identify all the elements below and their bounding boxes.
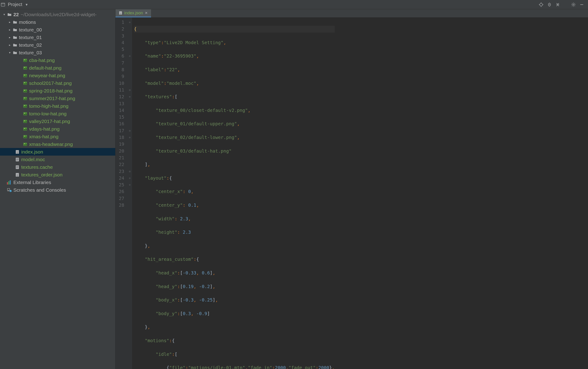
- tree-file[interactable]: tomo-high-hat.png: [0, 102, 115, 110]
- tree-file-textures-order-json[interactable]: {} textures_order.json: [0, 171, 115, 178]
- image-file-icon: [23, 119, 27, 123]
- locate-icon[interactable]: [539, 2, 544, 7]
- tree-file[interactable]: valley2017-hat.png: [0, 117, 115, 125]
- svg-point-2: [540, 3, 542, 6]
- folder-icon: [13, 51, 17, 55]
- svg-rect-15: [23, 74, 27, 77]
- minimize-icon[interactable]: [579, 2, 584, 7]
- close-icon[interactable]: ✕: [145, 11, 148, 15]
- chevron-down-icon: ▼: [25, 3, 28, 7]
- libraries-icon: [7, 180, 12, 184]
- tree-folder-motions[interactable]: ▸ motions: [0, 18, 115, 26]
- editor-tab-index-json[interactable]: {} index.json ✕: [116, 9, 151, 17]
- window-icon: [1, 2, 5, 7]
- project-sidebar[interactable]: ▾ 22 ~/Downloads/Live2D/live2d-widget- ▸…: [0, 9, 116, 369]
- tab-label: index.json: [124, 11, 143, 15]
- image-file-icon: [23, 66, 27, 70]
- tree-folder-texture-02[interactable]: ▸ texture_02: [0, 41, 115, 49]
- tree-file[interactable]: summer2017-hat.png: [0, 94, 115, 102]
- chevron-down-icon: ▾: [2, 13, 7, 16]
- gear-icon[interactable]: [571, 2, 576, 7]
- svg-point-20: [24, 90, 25, 91]
- svg-rect-21: [23, 97, 27, 100]
- image-file-icon: [23, 134, 27, 139]
- svg-point-26: [24, 113, 25, 113]
- tree-file-index-json[interactable]: {} index.json: [0, 148, 115, 156]
- folder-icon: [13, 35, 17, 40]
- tree-file[interactable]: vdays-hat.png: [0, 125, 115, 133]
- editor-tab-bar: {} index.json ✕: [116, 9, 588, 18]
- code-editor[interactable]: 1234567891011121314151617181920212223242…: [116, 18, 588, 369]
- tree-file[interactable]: cba-hat.png: [0, 56, 115, 64]
- json-file-icon: {}: [15, 150, 20, 154]
- tree-root[interactable]: ▾ 22 ~/Downloads/Live2D/live2d-widget-: [0, 11, 115, 18]
- folder-icon: [13, 28, 17, 32]
- chevron-right-icon: ▸: [7, 36, 12, 39]
- editor-area: {} index.json ✕ 123456789101112131415161…: [116, 9, 588, 369]
- chevron-right-icon: ▸: [7, 43, 12, 47]
- svg-point-28: [24, 121, 25, 121]
- project-tree: ▾ 22 ~/Downloads/Live2D/live2d-widget- ▸…: [0, 9, 115, 194]
- collapse-all-icon[interactable]: [555, 2, 560, 7]
- image-file-icon: [23, 58, 27, 62]
- tree-folder-texture-00[interactable]: ▸ texture_00: [0, 26, 115, 33]
- svg-point-30: [24, 128, 25, 129]
- tree-file-textures-cache[interactable]: textures.cache: [0, 163, 115, 171]
- folder-icon: [13, 43, 17, 47]
- tree-file[interactable]: school2017-hat.png: [0, 79, 115, 87]
- root-name: 22: [13, 12, 19, 17]
- tree-file[interactable]: tomo-low-hat.png: [0, 110, 115, 117]
- line-number-gutter: 1234567891011121314151617181920212223242…: [116, 18, 127, 369]
- project-toolbar: Project ▼: [0, 0, 588, 9]
- svg-text:{}: {}: [17, 174, 18, 176]
- file-icon: [15, 157, 20, 162]
- tree-file-model-moc[interactable]: model.moc: [0, 156, 115, 163]
- tree-file[interactable]: spring-2018-hat.png: [0, 87, 115, 94]
- project-selector[interactable]: Project ▼: [1, 2, 28, 7]
- tree-file[interactable]: xmas-hat.png: [0, 133, 115, 140]
- scratches-icon: [7, 188, 12, 192]
- image-file-icon: [23, 96, 27, 101]
- project-label: Project: [8, 2, 22, 7]
- chevron-down-icon: ▾: [7, 51, 12, 54]
- svg-point-9: [573, 4, 574, 5]
- json-file-icon: {}: [119, 11, 122, 15]
- svg-point-24: [24, 105, 25, 106]
- svg-rect-13: [23, 66, 27, 70]
- svg-text:{}: {}: [17, 151, 18, 153]
- image-file-icon: [23, 104, 27, 108]
- tree-external-libraries[interactable]: External Libraries: [0, 178, 115, 186]
- svg-rect-31: [23, 135, 27, 138]
- root-path: ~/Downloads/Live2D/live2d-widget-: [20, 12, 97, 17]
- folder-icon: [7, 12, 11, 17]
- folder-icon: [13, 20, 17, 24]
- expand-all-icon[interactable]: [547, 2, 552, 7]
- tree-folder-texture-01[interactable]: ▸ texture_01: [0, 33, 115, 41]
- svg-point-16: [24, 75, 25, 75]
- image-file-icon: [23, 142, 27, 146]
- fold-gutter[interactable]: ⊖⊖⊟⊖⊟⊖⊟⊖⊖: [127, 18, 132, 369]
- json-file-icon: {}: [15, 173, 20, 177]
- tree-file[interactable]: newyear-hat.png: [0, 72, 115, 79]
- svg-point-18: [24, 82, 25, 83]
- file-icon: [15, 165, 20, 169]
- image-file-icon: [23, 81, 27, 85]
- tree-folder-texture-03[interactable]: ▾ texture_03: [0, 49, 115, 56]
- svg-rect-0: [1, 3, 5, 6]
- svg-point-12: [24, 59, 25, 60]
- svg-rect-27: [23, 120, 27, 123]
- svg-point-32: [24, 136, 25, 136]
- svg-rect-23: [23, 104, 27, 108]
- svg-point-34: [24, 143, 25, 144]
- code-content[interactable]: { "type":"Live2D Model Setting", "name":…: [132, 18, 335, 369]
- tree-scratches[interactable]: Scratches and Consoles: [0, 186, 115, 194]
- svg-rect-33: [23, 143, 27, 146]
- svg-rect-11: [23, 59, 27, 62]
- tree-file[interactable]: xmas-headwear.png: [0, 140, 115, 148]
- toolbar-actions: [539, 2, 584, 7]
- image-file-icon: [23, 127, 27, 131]
- svg-rect-29: [23, 127, 27, 131]
- svg-text:{}: {}: [120, 12, 121, 14]
- svg-rect-17: [23, 82, 27, 85]
- tree-file[interactable]: default-hat.png: [0, 64, 115, 72]
